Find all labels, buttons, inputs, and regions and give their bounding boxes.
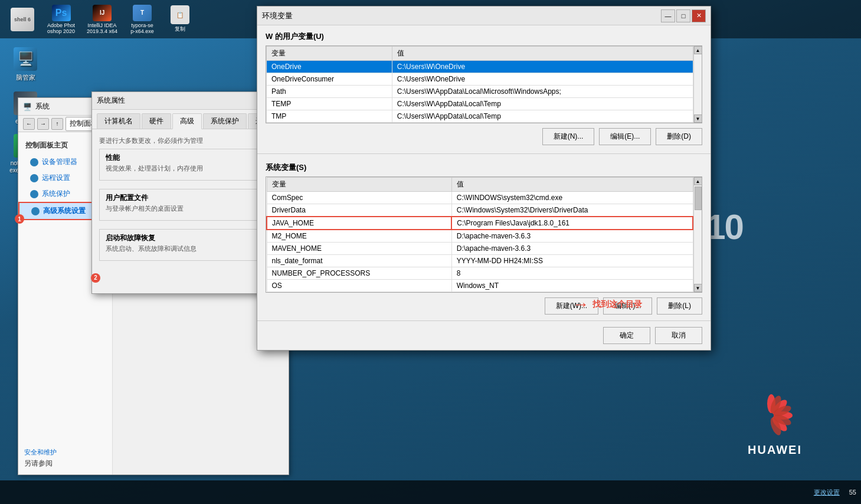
adv-sys-icon xyxy=(31,207,40,215)
user-var-value-tmp: C:\Users\W\AppData\Local\Temp xyxy=(392,110,693,123)
typora-icon: T xyxy=(133,5,152,21)
table-row[interactable]: NUMBER_OF_PROCESSORS 8 xyxy=(267,267,693,280)
sys-var-name-java-home: JAVA_HOME xyxy=(267,217,451,230)
sys-delete-btn[interactable]: 删除(L) xyxy=(657,297,702,315)
device-mgr-icon xyxy=(30,158,38,166)
user-var-name-ondrive: OneDrive xyxy=(267,61,392,73)
scrollbar-down-btn[interactable]: ▼ xyxy=(694,114,702,123)
env-cancel-btn[interactable]: 取消 xyxy=(655,327,702,344)
user-vars-table: 变量 值 OneDrive C:\Users\W\OneDrive OneDri… xyxy=(266,46,693,123)
tab-advanced[interactable]: 高级 xyxy=(172,113,202,129)
sys-var-name-comspec: ComSpec xyxy=(267,192,451,204)
table-row[interactable]: OneDrive C:\Users\W\OneDrive xyxy=(267,61,693,73)
sys-var-value-mavenhome: D:\apache-maven-3.6.3 xyxy=(451,243,693,255)
user-var-name-tmp: TMP xyxy=(267,110,392,123)
settings-link-text: 更改设置 xyxy=(814,488,840,497)
table-row[interactable]: Path C:\Users\W\AppData\Local\Microsoft\… xyxy=(267,86,693,98)
table-row[interactable]: MAVEN_HOME D:\apache-maven-3.6.3 xyxy=(267,243,693,255)
tab-hardware[interactable]: 硬件 xyxy=(142,113,171,129)
env-minimize-btn[interactable]: — xyxy=(661,9,675,22)
env-titlebar: 环境变量 — □ ✕ xyxy=(257,6,711,25)
sidebar-item-remote-label: 远程设置 xyxy=(42,173,70,183)
sys-var-value-nls: YYYY-MM-DD HH24:MI:SS xyxy=(451,255,693,267)
taskbar-item-intellij-label: IntelliJ IDEA2019.3.4 x64 xyxy=(87,22,117,34)
sys-vars-section: 系统变量(S) 变量 值 ComSpec C:\W xyxy=(257,156,711,320)
taskbar-item-photoshop-label: Adobe Photoshop 2020 xyxy=(47,22,75,34)
sys-protect-icon xyxy=(30,190,38,198)
taskbar-item-copy[interactable]: 📋 复制 xyxy=(162,2,198,37)
env-maximize-btn[interactable]: □ xyxy=(676,9,690,22)
change-settings-link[interactable]: 更改设置 xyxy=(814,488,840,497)
tab-sys-protect[interactable]: 系统保护 xyxy=(203,113,247,129)
see-also-link1[interactable]: 安全和维护 xyxy=(24,448,57,457)
sys-scrollbar-down-btn[interactable]: ▼ xyxy=(694,284,702,292)
huawei-brand-text: HUAWEI xyxy=(748,443,802,457)
env-title-buttons: — □ ✕ xyxy=(661,9,706,22)
user-var-value-temp: C:\Users\W\AppData\Local\Temp xyxy=(392,98,693,110)
user-var-value-ondriveconsumer: C:\Users\W\OneDrive xyxy=(392,73,693,86)
user-vars-label: W 的用户变量(U) xyxy=(266,31,702,42)
sys-vars-table-container: 变量 值 ComSpec C:\WINDOWS\system32\cmd.exe… xyxy=(266,176,702,293)
nav-back-btn[interactable]: ← xyxy=(23,118,35,130)
user-col-value: 值 xyxy=(392,47,693,61)
sys-table-scrollbar[interactable]: ▲ ▼ xyxy=(693,177,702,292)
taskbar-item-typora-label: typora-sep-x64.exe xyxy=(130,22,154,34)
env-bottom-buttons: 确定 取消 xyxy=(257,320,711,350)
table-row[interactable]: M2_HOME D:\apache-maven-3.6.3 xyxy=(267,230,693,243)
env-dialog: 环境变量 — □ ✕ W 的用户变量(U) 变量 值 xyxy=(257,6,711,351)
env-close-btn[interactable]: ✕ xyxy=(692,9,706,22)
sidebar-badge: 1 xyxy=(15,214,24,224)
huawei-logo: HUAWEI xyxy=(748,392,802,457)
tab-computer-name[interactable]: 计算机名 xyxy=(97,113,140,129)
env-dialog-title: 环境变量 xyxy=(262,11,661,21)
table-row[interactable]: ComSpec C:\WINDOWS\system32\cmd.exe xyxy=(267,192,693,204)
sys-var-value-comspec: C:\WINDOWS\system32\cmd.exe xyxy=(451,192,693,204)
annotation-text: 找到这个目录 xyxy=(592,299,642,310)
sys-var-name-numproc: NUMBER_OF_PROCESSORS xyxy=(267,267,451,280)
taskbar-item-intellij[interactable]: IJ IntelliJ IDEA2019.3.4 x64 xyxy=(82,2,122,37)
sys-var-name-nls: nls_date_format xyxy=(267,255,451,267)
brain-label: 脑管家 xyxy=(16,73,35,82)
table-row[interactable]: OS Windows_NT xyxy=(267,280,693,292)
scrollbar-up-btn[interactable]: ▲ xyxy=(694,46,702,54)
table-row[interactable]: TMP C:\Users\W\AppData\Local\Temp xyxy=(267,110,693,123)
sys-scrollbar-thumb[interactable] xyxy=(695,186,702,210)
user-new-btn[interactable]: 新建(N)... xyxy=(542,128,595,145)
badge2-container: 2 xyxy=(91,273,100,283)
user-vars-table-container: 变量 值 OneDrive C:\Users\W\OneDrive OneDri… xyxy=(266,45,702,123)
desktop: shell 6 Ps Adobe Photoshop 2020 IJ Intel… xyxy=(0,0,861,504)
table-row[interactable]: TEMP C:\Users\W\AppData\Local\Temp xyxy=(267,98,693,110)
user-var-value-path: C:\Users\W\AppData\Local\Microsoft\Windo… xyxy=(392,86,693,98)
table-row[interactable]: OneDriveConsumer C:\Users\W\OneDrive xyxy=(267,73,693,86)
desktop-icon-brain[interactable]: 🖥️ 脑管家 xyxy=(5,47,46,82)
user-col-name: 变量 xyxy=(267,47,392,61)
user-vars-scroll: 变量 值 OneDrive C:\Users\W\OneDrive OneDri… xyxy=(266,46,693,123)
sidebar-item-adv-sys-label: 高级系统设置 xyxy=(43,206,86,216)
sys-scrollbar-up-btn[interactable]: ▲ xyxy=(694,177,702,185)
nav-forward-btn[interactable]: → xyxy=(37,118,49,130)
user-edit-btn[interactable]: 编辑(E)... xyxy=(599,128,651,145)
env-ok-btn[interactable]: 确定 xyxy=(603,327,650,344)
java-home-annotation: → 找到这个目录 xyxy=(572,295,642,314)
table-row[interactable]: DriverData C:\Windows\System32\Drivers\D… xyxy=(267,204,693,217)
user-vars-buttons: 新建(N)... 编辑(E)... 删除(D) xyxy=(266,128,702,145)
table-row-java-home[interactable]: JAVA_HOME C:\Program Files\Java\jdk1.8.0… xyxy=(267,217,693,230)
taskbar-time: 55 xyxy=(849,489,856,496)
see-also: 另请参阅 xyxy=(24,459,53,469)
photoshop-icon: Ps xyxy=(52,5,71,21)
nav-up-btn[interactable]: ↑ xyxy=(51,118,63,130)
sys-col-value: 值 xyxy=(451,178,693,192)
taskbar-item-typora[interactable]: T typora-sep-x64.exe xyxy=(125,2,160,37)
sys-vars-table: 变量 值 ComSpec C:\WINDOWS\system32\cmd.exe… xyxy=(266,177,693,292)
sys-var-value-driverdata: C:\Windows\System32\Drivers\DriverData xyxy=(451,204,693,217)
taskbar-item-shell6[interactable]: shell 6 xyxy=(5,2,40,37)
user-delete-btn[interactable]: 删除(D) xyxy=(656,128,702,145)
table-row[interactable]: nls_date_format YYYY-MM-DD HH24:MI:SS xyxy=(267,255,693,267)
badge-2: 2 xyxy=(91,273,100,283)
env-divider xyxy=(257,153,711,154)
user-table-scrollbar[interactable]: ▲ ▼ xyxy=(693,46,702,123)
taskbar-item-photoshop[interactable]: Ps Adobe Photoshop 2020 xyxy=(42,2,80,37)
user-var-name-temp: TEMP xyxy=(267,98,392,110)
sys-col-name: 变量 xyxy=(267,178,451,192)
huawei-flower-svg xyxy=(748,392,795,439)
